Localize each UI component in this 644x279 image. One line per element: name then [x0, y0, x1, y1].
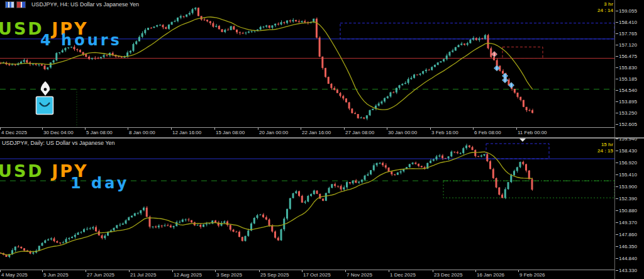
time-label: 20 Jan 00:00	[259, 130, 288, 135]
time-tick	[171, 128, 172, 130]
time-label: 16 Jan 2026	[477, 272, 504, 278]
price-label: 152.390	[619, 196, 637, 202]
time-label: 3 Feb 16:00	[431, 130, 458, 135]
time-tick	[345, 270, 346, 272]
time-tick	[473, 128, 474, 130]
price-tick	[616, 67, 618, 68]
splitter-handle-icon[interactable]	[519, 139, 526, 142]
time-tick	[215, 270, 216, 272]
time-tick	[214, 128, 215, 130]
price-label: 159.940	[619, 139, 637, 142]
price-label: 155.185	[619, 76, 637, 82]
time-tick	[0, 128, 1, 130]
price-label: 154.540	[619, 88, 637, 93]
time-label: 7 Nov 2025	[347, 272, 372, 278]
price-label: 150.880	[619, 208, 637, 214]
price-label: 158.430	[619, 148, 637, 154]
time-tick	[433, 270, 433, 272]
price-label: 157.120	[619, 42, 637, 48]
dashed-box[interactable]	[486, 144, 549, 159]
time-tick	[475, 270, 476, 272]
price-tick	[616, 210, 618, 211]
time-label: 6 Feb 08:00	[474, 130, 501, 135]
price-tick	[616, 246, 618, 247]
price-label: 143.330	[619, 268, 637, 273]
price-label: 146.350	[619, 244, 637, 249]
h4-header: USDJPY#, H4: US Dollar vs Japanese Yen	[5, 1, 139, 8]
daily-chart-canvas[interactable]	[0, 139, 614, 279]
time-tick	[302, 270, 303, 272]
price-tick	[616, 139, 618, 139]
price-tick	[616, 124, 618, 125]
daily-price-scale[interactable]: 159.940158.430156.920155.410153.900152.3…	[614, 139, 644, 279]
dashed-box[interactable]	[502, 47, 543, 59]
price-label: 147.860	[619, 232, 637, 237]
chart-panel-h4: USDJPY#, H4: US Dollar vs Japanese Yen U…	[0, 0, 644, 138]
price-label: 153.895	[619, 99, 637, 105]
price-tick	[616, 174, 618, 175]
time-tick	[42, 270, 43, 272]
time-label: 27 Jan 08:00	[345, 130, 374, 135]
price-tick	[616, 151, 618, 151]
price-label: 153.250	[619, 110, 637, 116]
time-label: 5 Jun 2025	[43, 272, 69, 278]
time-label: 9 Feb 2026	[519, 272, 545, 278]
time-label: 25 Sep 2025	[260, 272, 289, 278]
price-label: 158.410	[619, 20, 637, 25]
time-label: 1 Dec 2025	[390, 272, 416, 278]
time-label: 15 Jan 08:00	[216, 130, 245, 135]
price-tick	[616, 33, 618, 34]
daily-candle-countdown: 15 hr 24 : 15	[597, 142, 613, 154]
price-label: 153.900	[619, 184, 637, 190]
depth-of-market-icon[interactable]	[5, 1, 14, 8]
h4-price-scale[interactable]: 159.055158.410157.765157.120156.475155.8…	[614, 0, 644, 138]
time-label: 22 Jan 16:00	[302, 130, 331, 135]
dashed-box[interactable]	[443, 181, 614, 198]
time-label: 12 Aug 2025	[174, 272, 202, 278]
time-label: 12 Jan 16:00	[172, 130, 201, 135]
price-label: 157.765	[619, 31, 637, 37]
price-tick	[616, 270, 618, 271]
time-label: 17 Oct 2025	[303, 272, 331, 278]
price-label: 159.055	[619, 8, 637, 14]
time-tick	[259, 270, 260, 272]
time-label: 23 Dec 2025	[434, 272, 462, 278]
time-label: 27 Jun 2025	[87, 272, 114, 278]
time-label: 8 Jan 00:00	[129, 130, 155, 135]
price-tick	[616, 45, 618, 45]
price-label: 156.475	[619, 54, 637, 59]
time-tick	[389, 270, 389, 272]
price-tick	[616, 22, 618, 23]
ohlc-chart-icon[interactable]	[16, 1, 26, 8]
h4-chart-title: USDJPY#, H4: US Dollar vs Japanese Yen	[31, 1, 139, 8]
time-tick	[518, 270, 519, 272]
time-tick	[258, 128, 258, 130]
time-label: 11 Feb 00:00	[518, 130, 547, 135]
time-label: 21 Jul 2025	[130, 272, 156, 278]
price-tick	[616, 56, 618, 57]
price-tick	[616, 101, 618, 102]
dashed-box[interactable]	[340, 23, 614, 39]
price-tick	[616, 222, 618, 223]
h4-candle-countdown: 3 hr 24 : 14	[597, 1, 613, 14]
price-label: 155.410	[619, 172, 637, 178]
price-tick	[616, 258, 618, 259]
time-tick	[301, 128, 301, 130]
time-tick	[86, 270, 86, 272]
time-tick	[128, 128, 128, 130]
daily-time-axis[interactable]: 4 May 20255 Jun 202527 Jun 202521 Jul 20…	[0, 270, 614, 279]
price-tick	[616, 11, 618, 11]
time-label: 30 Jan 00:00	[388, 130, 417, 135]
price-tick	[616, 90, 618, 91]
daily-chart-title: USDJPY#, Daily: US Dollar vs Japanese Ye…	[2, 140, 115, 146]
pen-nib-hole	[44, 88, 47, 91]
time-tick	[129, 270, 130, 272]
price-tick	[616, 79, 618, 79]
time-label: 4 May 2025	[1, 272, 28, 278]
price-label: 156.920	[619, 160, 637, 166]
panel-splitter[interactable]	[0, 137, 644, 139]
time-tick	[0, 270, 1, 272]
time-tick	[387, 128, 387, 130]
moving-average-line[interactable]	[1, 152, 533, 255]
price-label: 149.370	[619, 220, 637, 225]
